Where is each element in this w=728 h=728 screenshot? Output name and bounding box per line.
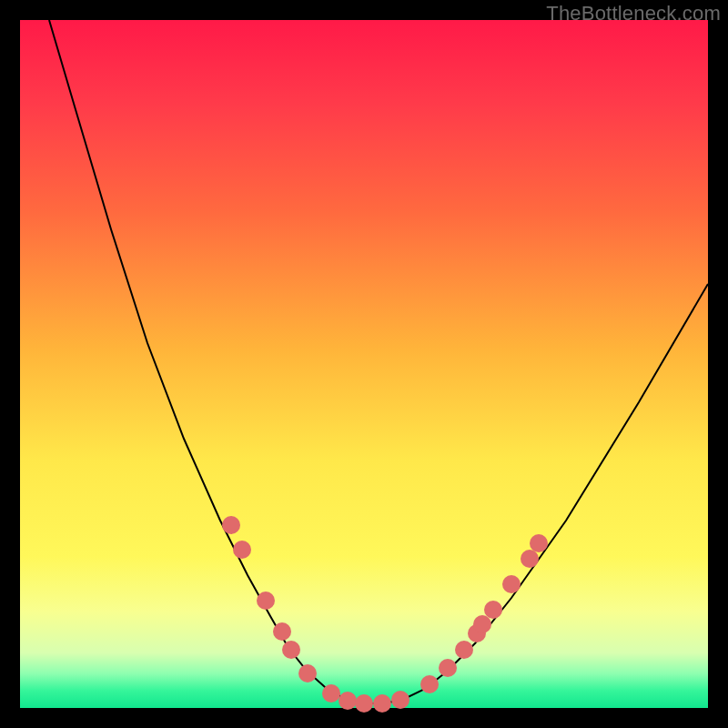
curve-marker <box>373 694 391 713</box>
curve-marker <box>502 575 521 593</box>
chart-svg <box>20 20 708 708</box>
curve-marker <box>282 641 300 659</box>
curve-markers <box>222 516 548 713</box>
curve-marker <box>521 550 539 568</box>
bottleneck-curve <box>49 20 708 703</box>
curve-marker <box>222 516 240 534</box>
curve-marker <box>391 691 410 709</box>
curve-marker <box>339 692 357 710</box>
curve-marker <box>273 622 291 641</box>
curve-marker <box>420 675 439 693</box>
chart-frame <box>20 20 708 708</box>
curve-marker <box>530 534 548 552</box>
curve-marker <box>322 684 340 703</box>
curve-marker <box>355 694 373 713</box>
curve-marker <box>455 641 473 659</box>
bottleneck-curve-path <box>49 20 708 703</box>
curve-marker <box>257 592 275 610</box>
curve-marker <box>439 659 457 677</box>
curve-marker <box>233 541 251 559</box>
curve-marker <box>484 601 502 619</box>
curve-marker <box>473 615 491 633</box>
curve-marker <box>298 664 317 682</box>
watermark-text: TheBottleneck.com <box>546 2 721 25</box>
